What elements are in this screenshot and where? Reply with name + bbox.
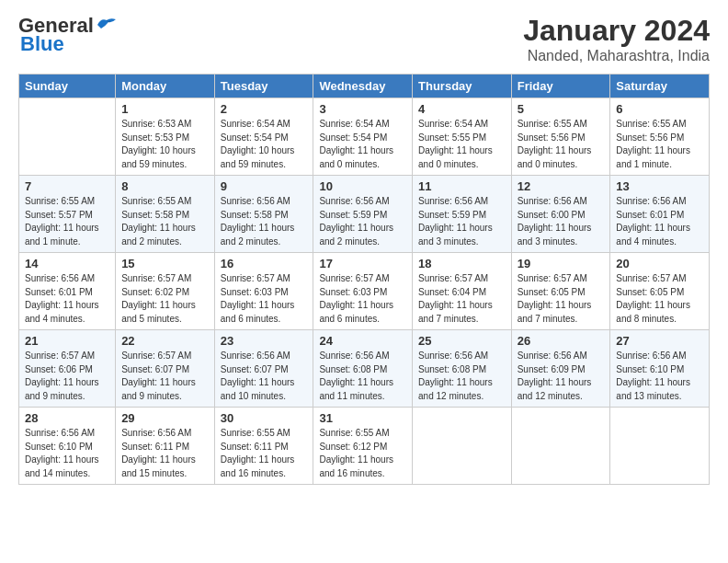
calendar-cell: 8Sunrise: 6:55 AM Sunset: 5:58 PM Daylig…: [116, 176, 215, 253]
day-number: 20: [616, 257, 703, 270]
day-info: Sunrise: 6:56 AM Sunset: 6:01 PM Dayligh…: [616, 195, 703, 248]
day-number: 15: [121, 257, 209, 270]
day-info: Sunrise: 6:55 AM Sunset: 5:58 PM Dayligh…: [121, 195, 209, 248]
day-info: Sunrise: 6:56 AM Sunset: 6:10 PM Dayligh…: [616, 350, 703, 403]
logo: General Blue: [18, 14, 118, 56]
calendar-cell: 31Sunrise: 6:55 AM Sunset: 6:12 PM Dayli…: [313, 408, 413, 485]
calendar-cell: 22Sunrise: 6:57 AM Sunset: 6:07 PM Dayli…: [116, 330, 215, 408]
calendar-cell: 12Sunrise: 6:56 AM Sunset: 6:00 PM Dayli…: [511, 176, 610, 253]
calendar-cell: 29Sunrise: 6:56 AM Sunset: 6:11 PM Dayli…: [116, 408, 215, 485]
day-info: Sunrise: 6:56 AM Sunset: 5:59 PM Dayligh…: [319, 195, 406, 248]
day-info: Sunrise: 6:55 AM Sunset: 6:11 PM Dayligh…: [221, 427, 308, 480]
calendar-body: 1Sunrise: 6:53 AM Sunset: 5:53 PM Daylig…: [19, 98, 710, 485]
calendar-cell: 2Sunrise: 6:54 AM Sunset: 5:54 PM Daylig…: [214, 98, 313, 176]
calendar-cell: 7Sunrise: 6:55 AM Sunset: 5:57 PM Daylig…: [19, 176, 116, 253]
day-number: 26: [518, 334, 605, 348]
day-number: 6: [616, 102, 703, 116]
column-header-saturday: Saturday: [610, 75, 710, 98]
day-info: Sunrise: 6:57 AM Sunset: 6:03 PM Dayligh…: [221, 272, 308, 326]
day-number: 12: [518, 179, 605, 193]
day-info: Sunrise: 6:57 AM Sunset: 6:02 PM Dayligh…: [121, 272, 209, 326]
location: Nanded, Maharashtra, India: [523, 48, 710, 64]
day-info: Sunrise: 6:57 AM Sunset: 6:03 PM Dayligh…: [319, 272, 406, 326]
calendar-cell: 23Sunrise: 6:56 AM Sunset: 6:07 PM Dayli…: [214, 330, 313, 408]
day-number: 18: [418, 257, 506, 270]
calendar-cell: 14Sunrise: 6:56 AM Sunset: 6:01 PM Dayli…: [19, 253, 116, 330]
calendar-cell: 17Sunrise: 6:57 AM Sunset: 6:03 PM Dayli…: [313, 253, 413, 330]
day-number: 21: [25, 334, 109, 348]
day-number: 23: [221, 334, 308, 348]
calendar-cell: 28Sunrise: 6:56 AM Sunset: 6:10 PM Dayli…: [19, 408, 116, 485]
calendar-header-row: SundayMondayTuesdayWednesdayThursdayFrid…: [19, 75, 710, 98]
calendar-cell: 10Sunrise: 6:56 AM Sunset: 5:59 PM Dayli…: [313, 176, 413, 253]
calendar-week-3: 14Sunrise: 6:56 AM Sunset: 6:01 PM Dayli…: [19, 253, 710, 330]
day-info: Sunrise: 6:57 AM Sunset: 6:05 PM Dayligh…: [616, 272, 703, 326]
day-info: Sunrise: 6:57 AM Sunset: 6:07 PM Dayligh…: [121, 350, 209, 403]
calendar-cell: 11Sunrise: 6:56 AM Sunset: 5:59 PM Dayli…: [413, 176, 512, 253]
header: General Blue January 2024 Nanded, Mahara…: [18, 14, 710, 64]
day-number: 7: [25, 179, 109, 193]
column-header-friday: Friday: [511, 75, 610, 98]
calendar-cell: [511, 408, 610, 485]
day-info: Sunrise: 6:56 AM Sunset: 6:01 PM Dayligh…: [25, 272, 109, 326]
day-number: 25: [418, 334, 506, 348]
day-number: 13: [616, 179, 703, 193]
day-number: 9: [221, 179, 308, 193]
calendar-cell: [413, 408, 512, 485]
day-info: Sunrise: 6:56 AM Sunset: 6:08 PM Dayligh…: [418, 350, 506, 403]
day-number: 16: [221, 257, 308, 270]
day-number: 4: [418, 102, 506, 116]
column-header-thursday: Thursday: [413, 75, 512, 98]
calendar-cell: 21Sunrise: 6:57 AM Sunset: 6:06 PM Dayli…: [19, 330, 116, 408]
day-info: Sunrise: 6:56 AM Sunset: 6:09 PM Dayligh…: [518, 350, 605, 403]
calendar-week-1: 1Sunrise: 6:53 AM Sunset: 5:53 PM Daylig…: [19, 98, 710, 176]
day-number: 11: [418, 179, 506, 193]
day-info: Sunrise: 6:56 AM Sunset: 6:10 PM Dayligh…: [25, 427, 109, 480]
calendar-cell: 30Sunrise: 6:55 AM Sunset: 6:11 PM Dayli…: [214, 408, 313, 485]
logo-blue-text: Blue: [18, 32, 64, 56]
day-number: 8: [121, 179, 209, 193]
day-number: 28: [25, 411, 109, 425]
day-info: Sunrise: 6:53 AM Sunset: 5:53 PM Dayligh…: [121, 118, 209, 171]
calendar-cell: [19, 98, 116, 176]
calendar-cell: 3Sunrise: 6:54 AM Sunset: 5:54 PM Daylig…: [313, 98, 413, 176]
calendar-cell: 25Sunrise: 6:56 AM Sunset: 6:08 PM Dayli…: [413, 330, 512, 408]
calendar-week-2: 7Sunrise: 6:55 AM Sunset: 5:57 PM Daylig…: [19, 176, 710, 253]
day-number: 31: [319, 411, 406, 425]
column-header-wednesday: Wednesday: [313, 75, 413, 98]
day-info: Sunrise: 6:56 AM Sunset: 5:58 PM Dayligh…: [221, 195, 308, 248]
day-number: 14: [25, 257, 109, 270]
day-info: Sunrise: 6:54 AM Sunset: 5:54 PM Dayligh…: [221, 118, 308, 171]
day-number: 22: [121, 334, 209, 348]
day-number: 29: [121, 411, 209, 425]
calendar-cell: 19Sunrise: 6:57 AM Sunset: 6:05 PM Dayli…: [511, 253, 610, 330]
calendar-cell: 16Sunrise: 6:57 AM Sunset: 6:03 PM Dayli…: [214, 253, 313, 330]
day-info: Sunrise: 6:56 AM Sunset: 5:59 PM Dayligh…: [418, 195, 506, 248]
title-block: January 2024 Nanded, Maharashtra, India: [523, 14, 710, 64]
day-info: Sunrise: 6:57 AM Sunset: 6:04 PM Dayligh…: [418, 272, 506, 326]
main-container: General Blue January 2024 Nanded, Mahara…: [0, 0, 728, 494]
day-info: Sunrise: 6:55 AM Sunset: 6:12 PM Dayligh…: [319, 427, 406, 480]
calendar-cell: 20Sunrise: 6:57 AM Sunset: 6:05 PM Dayli…: [610, 253, 710, 330]
calendar-cell: 26Sunrise: 6:56 AM Sunset: 6:09 PM Dayli…: [511, 330, 610, 408]
day-info: Sunrise: 6:55 AM Sunset: 5:56 PM Dayligh…: [616, 118, 703, 171]
day-number: 1: [121, 102, 209, 116]
day-number: 30: [221, 411, 308, 425]
calendar-cell: 4Sunrise: 6:54 AM Sunset: 5:55 PM Daylig…: [413, 98, 512, 176]
logo-bird-icon: [96, 16, 118, 32]
day-info: Sunrise: 6:56 AM Sunset: 6:11 PM Dayligh…: [121, 427, 209, 480]
column-header-sunday: Sunday: [19, 75, 116, 98]
calendar-cell: 6Sunrise: 6:55 AM Sunset: 5:56 PM Daylig…: [610, 98, 710, 176]
day-number: 10: [319, 179, 406, 193]
calendar-cell: 15Sunrise: 6:57 AM Sunset: 6:02 PM Dayli…: [116, 253, 215, 330]
calendar-table: SundayMondayTuesdayWednesdayThursdayFrid…: [18, 74, 710, 485]
day-number: 19: [518, 257, 605, 270]
calendar-cell: 27Sunrise: 6:56 AM Sunset: 6:10 PM Dayli…: [610, 330, 710, 408]
day-info: Sunrise: 6:56 AM Sunset: 6:08 PM Dayligh…: [319, 350, 406, 403]
day-number: 2: [221, 102, 308, 116]
calendar-cell: 5Sunrise: 6:55 AM Sunset: 5:56 PM Daylig…: [511, 98, 610, 176]
month-year: January 2024: [523, 14, 710, 48]
calendar-week-5: 28Sunrise: 6:56 AM Sunset: 6:10 PM Dayli…: [19, 408, 710, 485]
day-info: Sunrise: 6:57 AM Sunset: 6:05 PM Dayligh…: [518, 272, 605, 326]
day-number: 3: [319, 102, 406, 116]
